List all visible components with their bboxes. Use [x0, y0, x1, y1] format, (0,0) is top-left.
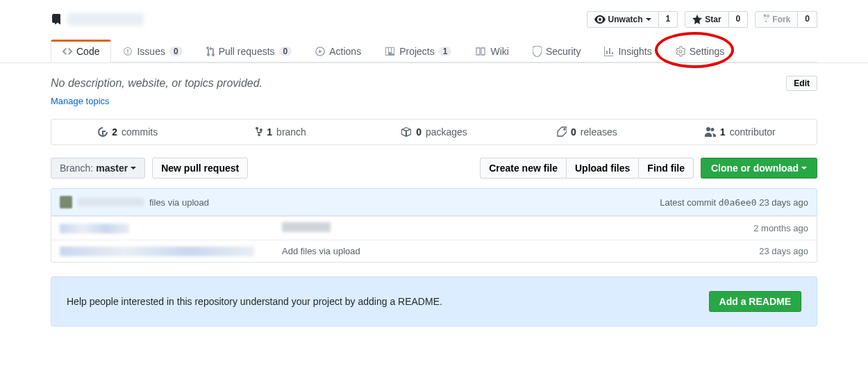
clone-download-button[interactable]: Clone or download	[701, 158, 817, 179]
file-row[interactable]: Add files via upload 23 days ago	[51, 240, 817, 262]
latest-commit-bar: files via upload Latest commit d0a6ee0 2…	[51, 188, 817, 216]
file-list: 2 months ago Add files via upload 23 day…	[51, 216, 817, 263]
fork-count[interactable]: 0	[798, 11, 817, 28]
tab-wiki[interactable]: Wiki	[463, 40, 520, 63]
star-count[interactable]: 0	[729, 11, 749, 28]
file-row[interactable]: 2 months ago	[51, 216, 817, 240]
branches-link[interactable]: 1branch	[204, 119, 357, 144]
packages-link[interactable]: 0packages	[358, 119, 510, 144]
tag-icon	[557, 126, 567, 138]
star-icon	[692, 15, 702, 24]
fork-icon	[762, 14, 769, 25]
edit-button[interactable]: Edit	[786, 76, 817, 91]
contributors-link[interactable]: 1contributor	[664, 119, 817, 144]
watch-button-group: Unwatch 1	[587, 11, 678, 28]
fork-button[interactable]: Fork	[755, 11, 798, 28]
people-icon	[705, 127, 716, 137]
watch-count[interactable]: 1	[659, 11, 678, 28]
commits-link[interactable]: 2commits	[51, 119, 204, 144]
repo-stats: 2commits 1branch 0packages 0releases 1co…	[51, 119, 817, 145]
unwatch-button[interactable]: Unwatch	[587, 11, 659, 28]
shield-icon	[533, 46, 542, 57]
project-icon	[385, 46, 395, 57]
releases-link[interactable]: 0releases	[510, 119, 663, 144]
issue-icon	[123, 46, 133, 57]
find-file-button[interactable]: Find file	[638, 158, 694, 179]
book-icon	[475, 46, 486, 57]
repo-tabs: Code Issues 0 Pull requests 0 Actions Pr…	[51, 39, 817, 63]
branch-select[interactable]: Branch: master	[51, 158, 145, 179]
play-icon	[315, 47, 325, 56]
tab-pulls[interactable]: Pull requests 0	[194, 40, 304, 63]
code-icon	[62, 46, 72, 57]
fork-button-group: Fork 0	[755, 11, 817, 28]
graph-icon	[604, 46, 614, 57]
upload-files-button[interactable]: Upload files	[566, 158, 638, 179]
pull-request-icon	[206, 46, 215, 57]
repo-icon	[51, 14, 62, 25]
create-file-button[interactable]: Create new file	[480, 158, 566, 179]
star-button-group: Star 0	[685, 11, 748, 28]
history-icon	[98, 126, 108, 138]
avatar	[60, 196, 72, 208]
add-readme-button[interactable]: Add a README	[709, 291, 801, 312]
package-icon	[401, 126, 412, 138]
tab-issues[interactable]: Issues 0	[111, 40, 194, 63]
eye-icon	[594, 14, 606, 25]
tab-code[interactable]: Code	[51, 40, 111, 63]
manage-topics-link[interactable]: Manage topics	[51, 96, 110, 106]
tab-actions[interactable]: Actions	[303, 40, 373, 63]
readme-prompt: Help people interested in this repositor…	[51, 276, 817, 326]
commit-sha[interactable]: d0a6ee0	[719, 197, 757, 208]
gear-icon	[676, 46, 685, 57]
tab-projects[interactable]: Projects 1	[373, 40, 463, 63]
star-button[interactable]: Star	[685, 11, 728, 28]
tab-settings[interactable]: Settings	[664, 40, 737, 63]
branch-icon	[256, 126, 262, 138]
tab-security[interactable]: Security	[521, 40, 593, 63]
new-pull-request-button[interactable]: New pull request	[152, 158, 248, 179]
repo-description: No description, website, or topics provi…	[51, 77, 262, 90]
tab-insights[interactable]: Insights	[592, 40, 663, 63]
repo-title	[51, 13, 144, 26]
